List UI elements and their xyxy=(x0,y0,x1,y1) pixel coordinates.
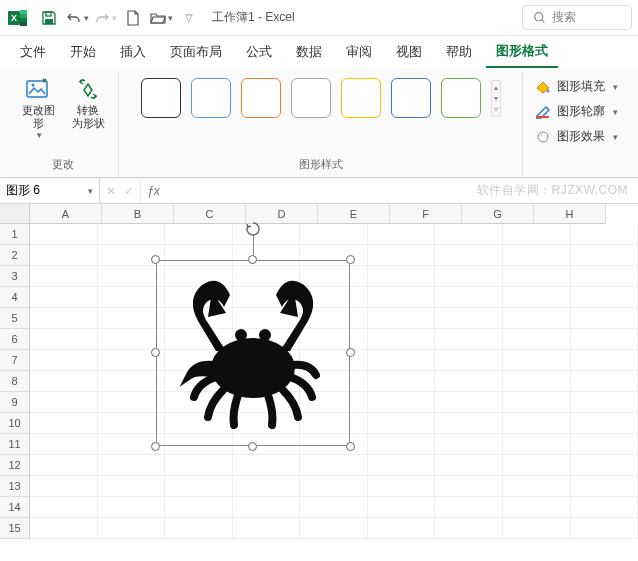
cell[interactable] xyxy=(300,518,368,539)
resize-handle-br[interactable] xyxy=(346,442,355,451)
cell[interactable] xyxy=(571,434,639,455)
style-swatch-4[interactable] xyxy=(291,78,331,118)
open-file-button[interactable]: ▾ xyxy=(148,5,174,31)
style-swatch-7[interactable] xyxy=(441,78,481,118)
save-button[interactable] xyxy=(36,5,62,31)
row-header[interactable]: 2 xyxy=(0,245,30,266)
tab-view[interactable]: 视图 xyxy=(386,37,432,67)
cell[interactable] xyxy=(571,224,639,245)
row-header[interactable]: 1 xyxy=(0,224,30,245)
undo-button[interactable]: ▾ xyxy=(64,5,90,31)
cell[interactable] xyxy=(98,518,166,539)
cell[interactable] xyxy=(368,329,436,350)
name-box[interactable]: ▾ xyxy=(0,178,100,203)
fx-label[interactable]: ƒx xyxy=(141,178,166,203)
cell[interactable] xyxy=(503,224,571,245)
cell[interactable] xyxy=(503,266,571,287)
cell[interactable] xyxy=(98,497,166,518)
cancel-formula-icon[interactable]: ✕ xyxy=(106,184,116,198)
graphic-outline-button[interactable]: 图形轮廓▾ xyxy=(531,101,622,122)
style-swatch-1[interactable] xyxy=(141,78,181,118)
cell[interactable] xyxy=(368,518,436,539)
cell[interactable] xyxy=(98,287,166,308)
cell[interactable] xyxy=(368,308,436,329)
cell[interactable] xyxy=(30,476,98,497)
cell[interactable] xyxy=(98,224,166,245)
cell[interactable] xyxy=(435,308,503,329)
row-header[interactable]: 15 xyxy=(0,518,30,539)
cell[interactable] xyxy=(571,413,639,434)
cell[interactable] xyxy=(503,371,571,392)
graphic-effects-button[interactable]: 图形效果▾ xyxy=(531,126,622,147)
cell[interactable] xyxy=(435,245,503,266)
enter-formula-icon[interactable]: ✓ xyxy=(124,184,134,198)
new-file-button[interactable] xyxy=(120,5,146,31)
row-header[interactable]: 8 xyxy=(0,371,30,392)
col-header[interactable]: F xyxy=(390,204,462,224)
cell[interactable] xyxy=(571,266,639,287)
cell[interactable] xyxy=(435,350,503,371)
tab-home[interactable]: 开始 xyxy=(60,37,106,67)
cell[interactable] xyxy=(435,329,503,350)
tab-formulas[interactable]: 公式 xyxy=(236,37,282,67)
resize-handle-r[interactable] xyxy=(346,348,355,357)
cell[interactable] xyxy=(503,350,571,371)
cell[interactable] xyxy=(435,224,503,245)
selected-shape[interactable] xyxy=(156,260,350,446)
cell[interactable] xyxy=(98,266,166,287)
cell[interactable] xyxy=(30,518,98,539)
col-header[interactable]: C xyxy=(174,204,246,224)
cell[interactable] xyxy=(30,308,98,329)
cell[interactable] xyxy=(435,287,503,308)
cell[interactable] xyxy=(571,392,639,413)
cell[interactable] xyxy=(30,245,98,266)
cell[interactable] xyxy=(368,287,436,308)
cell[interactable] xyxy=(368,350,436,371)
cell[interactable] xyxy=(368,245,436,266)
cell[interactable] xyxy=(435,518,503,539)
cell[interactable] xyxy=(300,455,368,476)
col-header[interactable]: H xyxy=(534,204,606,224)
cell[interactable] xyxy=(571,245,639,266)
style-swatch-2[interactable] xyxy=(191,78,231,118)
row-header[interactable]: 4 xyxy=(0,287,30,308)
cell[interactable] xyxy=(98,392,166,413)
col-header[interactable]: G xyxy=(462,204,534,224)
row-header[interactable]: 5 xyxy=(0,308,30,329)
cell[interactable] xyxy=(233,518,301,539)
row-header[interactable]: 13 xyxy=(0,476,30,497)
cell[interactable] xyxy=(571,308,639,329)
cell[interactable] xyxy=(30,392,98,413)
qat-customize[interactable]: ▽ xyxy=(176,5,202,31)
cell[interactable] xyxy=(300,497,368,518)
cell[interactable] xyxy=(368,413,436,434)
row-header[interactable]: 7 xyxy=(0,350,30,371)
resize-handle-tl[interactable] xyxy=(151,255,160,264)
cell[interactable] xyxy=(503,413,571,434)
cell[interactable] xyxy=(98,308,166,329)
cell[interactable] xyxy=(98,329,166,350)
cell[interactable] xyxy=(30,224,98,245)
graphic-fill-button[interactable]: 图形填充▾ xyxy=(531,76,622,97)
cell[interactable] xyxy=(571,329,639,350)
search-box[interactable]: 搜索 xyxy=(522,5,632,30)
cell[interactable] xyxy=(435,455,503,476)
cell[interactable] xyxy=(300,476,368,497)
cell[interactable] xyxy=(30,455,98,476)
cell[interactable] xyxy=(233,476,301,497)
resize-handle-l[interactable] xyxy=(151,348,160,357)
cell[interactable] xyxy=(368,371,436,392)
cell[interactable] xyxy=(368,476,436,497)
cell[interactable] xyxy=(368,392,436,413)
cell[interactable] xyxy=(98,371,166,392)
cell[interactable] xyxy=(368,455,436,476)
style-gallery-more[interactable]: ▴▾▿ xyxy=(491,80,501,117)
cell[interactable] xyxy=(571,371,639,392)
col-header[interactable]: A xyxy=(30,204,102,224)
tab-help[interactable]: 帮助 xyxy=(436,37,482,67)
tab-insert[interactable]: 插入 xyxy=(110,37,156,67)
cell[interactable] xyxy=(571,350,639,371)
cell[interactable] xyxy=(30,371,98,392)
tab-file[interactable]: 文件 xyxy=(10,37,56,67)
cell[interactable] xyxy=(571,455,639,476)
